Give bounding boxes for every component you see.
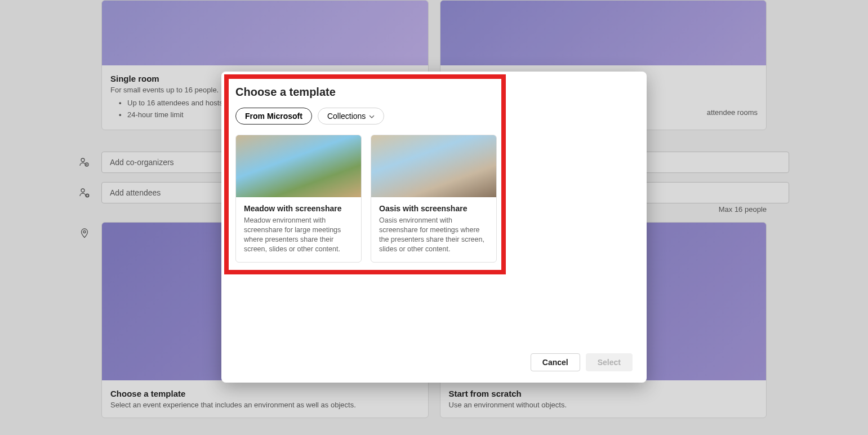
template-oasis-card[interactable]: Oasis with screenshare Oasis environment… xyxy=(371,135,497,263)
modal-title: Choose a template xyxy=(235,86,633,99)
tab-from-microsoft[interactable]: From Microsoft xyxy=(235,108,312,125)
chevron-down-icon xyxy=(369,113,375,119)
tab-from-microsoft-label: From Microsoft xyxy=(245,112,302,121)
oasis-title: Oasis with screenshare xyxy=(379,204,488,213)
select-button[interactable]: Select xyxy=(586,353,633,371)
tab-collections[interactable]: Collections xyxy=(318,108,384,125)
oasis-desc: Oasis environment with screenshare for m… xyxy=(379,216,488,254)
template-meadow-card[interactable]: Meadow with screenshare Meadow environme… xyxy=(235,135,362,263)
meadow-title: Meadow with screenshare xyxy=(244,204,353,213)
choose-template-modal: Choose a template From Microsoft Collect… xyxy=(221,72,647,383)
meadow-thumbnail xyxy=(236,135,361,197)
meadow-desc: Meadow environment with screenshare for … xyxy=(244,216,353,254)
cancel-button[interactable]: Cancel xyxy=(531,353,580,371)
tab-collections-label: Collections xyxy=(327,112,366,121)
modal-overlay: Choose a template From Microsoft Collect… xyxy=(0,0,868,435)
oasis-thumbnail xyxy=(371,135,496,197)
